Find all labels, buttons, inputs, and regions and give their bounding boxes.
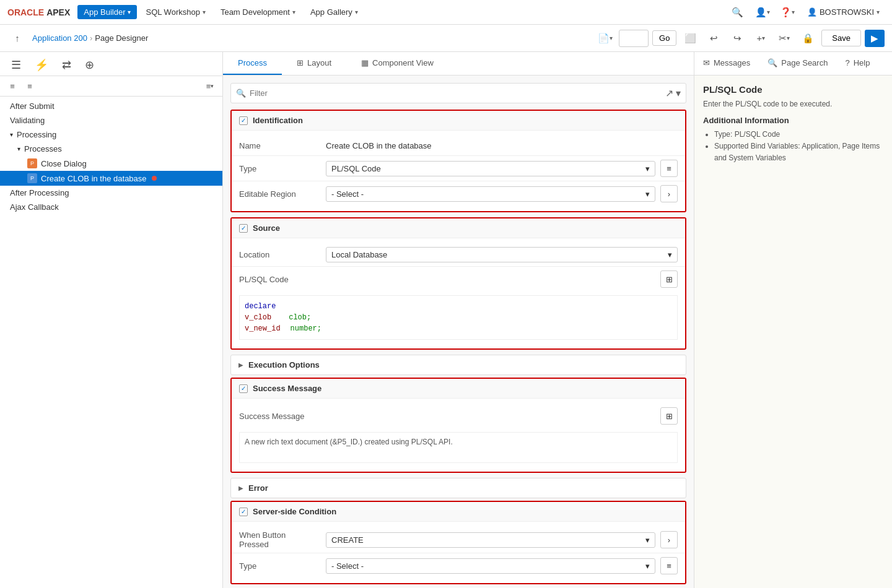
- redo-icon[interactable]: ↪: [727, 28, 747, 48]
- tree-item-close-dialog[interactable]: P Close Dialog: [0, 156, 222, 171]
- page-number-input[interactable]: 5: [619, 30, 649, 47]
- right-panel: ✉ Messages 🔍 Page Search ? Help PL/SQL C…: [694, 52, 892, 588]
- breadcrumb-current: Page Designer: [95, 33, 148, 43]
- section-server-side-condition-body: When ButtonPressed CREATE ▾ › Type: [232, 522, 685, 583]
- tree-item-create-clob[interactable]: P Create CLOB in the database: [0, 171, 222, 186]
- condition-type-select[interactable]: - Select - ▾: [326, 558, 655, 574]
- nav-sql-workshop[interactable]: SQL Workshop ▾: [139, 5, 211, 19]
- tab-component-view[interactable]: ▦ Component View: [346, 52, 448, 75]
- lock-icon[interactable]: 🔒: [798, 28, 818, 48]
- expand-plsql-button[interactable]: ⊞: [660, 270, 678, 288]
- help-icon: ?: [845, 58, 849, 67]
- list-ordered-icon[interactable]: ≡: [5, 79, 20, 93]
- tab-messages[interactable]: ✉ Messages: [694, 52, 759, 75]
- chevron-down-icon: ▾: [645, 164, 650, 173]
- nav-team-development[interactable]: Team Development ▾: [214, 5, 302, 19]
- location-select[interactable]: Local Database ▾: [326, 247, 678, 262]
- condition-list-button[interactable]: ≡: [660, 557, 678, 574]
- section-execution-options-header[interactable]: ▶ Execution Options: [231, 355, 686, 374]
- section-check-icon: ✓: [239, 224, 248, 233]
- chevron-down-icon: ▾: [668, 250, 672, 259]
- tree-item-label: Validating: [10, 116, 45, 125]
- section-title: Server-side Condition: [253, 507, 336, 516]
- back-icon[interactable]: ↑: [7, 28, 27, 48]
- user-button[interactable]: 👤 BOSTROWSKI ▾: [802, 5, 885, 19]
- section-success-message-header[interactable]: ✓ Success Message: [232, 379, 685, 399]
- when-button-select[interactable]: CREATE ▾: [326, 532, 655, 548]
- left-tab-lightning[interactable]: ⚡: [28, 54, 55, 76]
- main-layout: ☰ ⚡ ⇄ ⊕ ≡ ≡ ≡ ▾ After Submit Validating …: [0, 52, 892, 588]
- go-button[interactable]: Go: [652, 30, 676, 46]
- undo-icon[interactable]: ↩: [704, 28, 724, 48]
- search-icon[interactable]: 🔍: [728, 2, 748, 22]
- tree-item-processing[interactable]: ▾ Processing: [0, 128, 222, 142]
- add-icon[interactable]: + ▾: [751, 28, 771, 48]
- section-identification: ✓ Identification Name Create CLOB in the…: [230, 110, 686, 212]
- help-icon[interactable]: ❓ ▾: [777, 2, 797, 22]
- left-panel: ☰ ⚡ ⇄ ⊕ ≡ ≡ ≡ ▾ After Submit Validating …: [0, 52, 223, 588]
- section-identification-header[interactable]: ✓ Identification: [232, 111, 685, 131]
- editable-region-select[interactable]: - Select - ▾: [326, 186, 655, 202]
- oracle-logo: ORACLE APEX: [7, 7, 70, 17]
- field-value-type: PL/SQL Code ▾ ≡: [326, 160, 678, 177]
- filter-input[interactable]: [250, 89, 662, 98]
- tree-item-after-processing[interactable]: After Processing: [0, 186, 222, 200]
- left-tab-arrows[interactable]: ⇄: [56, 54, 77, 76]
- tab-page-search[interactable]: 🔍 Page Search: [759, 52, 836, 75]
- error-dot-icon: [152, 176, 157, 181]
- tree-item-label: Ajax Callback: [10, 202, 59, 212]
- section-error: ▶ Error: [230, 478, 686, 498]
- editable-region-arrow-button[interactable]: ›: [660, 185, 678, 202]
- when-button-arrow[interactable]: ›: [660, 531, 678, 548]
- help-additional-title: Additional Information: [703, 116, 883, 125]
- share-icon[interactable]: ⬜: [680, 28, 700, 48]
- save-button[interactable]: Save: [821, 30, 861, 46]
- form-row-success-message: Success Message ⊞: [232, 404, 685, 428]
- layout-icon: ⊞: [297, 58, 304, 67]
- tree-item-ajax-callback[interactable]: Ajax Callback: [0, 200, 222, 214]
- section-error-header[interactable]: ▶ Error: [231, 478, 686, 498]
- field-label-name: Name: [239, 141, 326, 150]
- section-source-header[interactable]: ✓ Source: [232, 218, 685, 238]
- expand-success-button[interactable]: ⊞: [660, 407, 678, 425]
- section-check-icon: ✓: [239, 508, 248, 516]
- tab-help[interactable]: ? Help: [836, 52, 878, 75]
- tree-item-after-submit[interactable]: After Submit: [0, 99, 222, 113]
- chevron-right-icon: ▶: [238, 485, 243, 491]
- pages-icon[interactable]: 📄 ▾: [595, 28, 615, 48]
- menu-icon[interactable]: ≡ ▾: [203, 79, 217, 93]
- left-tab-shared[interactable]: ⊕: [79, 54, 100, 76]
- nav-app-gallery[interactable]: App Gallery ▾: [304, 5, 364, 19]
- filter-bar: 🔍 ↗ ▾: [230, 83, 686, 103]
- nav-app-builder[interactable]: App Builder ▾: [77, 5, 137, 19]
- tree-item-label: Processes: [24, 144, 62, 153]
- left-tab-tree[interactable]: ☰: [5, 54, 27, 76]
- list-bullet-icon[interactable]: ≡: [22, 79, 37, 93]
- user-menu[interactable]: 👤 ▾: [753, 2, 772, 22]
- tree-item-label: After Processing: [10, 188, 69, 197]
- type-select[interactable]: PL/SQL Code ▾: [326, 161, 655, 176]
- tree-item-processes[interactable]: ▾ Processes: [0, 142, 222, 156]
- breadcrumb-app-link[interactable]: Application 200: [32, 33, 87, 43]
- toolbar-right: 📄 ▾ 5 Go ⬜ ↩ ↪ + ▾ ✂ ▾ 🔒 Save ▶: [595, 28, 885, 48]
- type-list-button[interactable]: ≡: [660, 160, 678, 177]
- center-panel: Process ⊞ Layout ▦ Component View 🔍 ↗ ▾ …: [223, 52, 694, 588]
- list-item: Type: PL/SQL Code: [714, 129, 883, 141]
- page-toolbar: ↑ Application 200 › Page Designer 📄 ▾ 5 …: [0, 25, 892, 52]
- tab-process[interactable]: Process: [223, 52, 282, 75]
- success-message-textarea[interactable]: A new rich text document (&P5_ID.) creat…: [239, 432, 678, 463]
- section-identification-body: Name Create CLOB in the database Type PL…: [232, 131, 685, 211]
- plsql-code-editor[interactable]: declare v_clob clob; v_new_id number;: [239, 295, 678, 340]
- section-success-message-body: Success Message ⊞ A new rich text docume…: [232, 399, 685, 472]
- run-button[interactable]: ▶: [865, 30, 885, 47]
- filter-options[interactable]: ↗ ▾: [665, 87, 681, 99]
- tab-layout[interactable]: ⊞ Layout: [282, 52, 346, 75]
- section-title: Error: [248, 483, 268, 493]
- tree-item-validating[interactable]: Validating: [0, 113, 222, 128]
- section-server-side-condition-header[interactable]: ✓ Server-side Condition: [232, 502, 685, 522]
- chevron-down-icon: ▾: [17, 145, 20, 152]
- chevron-down-icon: ▾: [877, 9, 880, 15]
- tools-icon[interactable]: ✂ ▾: [774, 28, 794, 48]
- breadcrumb-separator: ›: [90, 33, 92, 43]
- form-row-when-button-pressed: When ButtonPressed CREATE ▾ ›: [232, 527, 685, 553]
